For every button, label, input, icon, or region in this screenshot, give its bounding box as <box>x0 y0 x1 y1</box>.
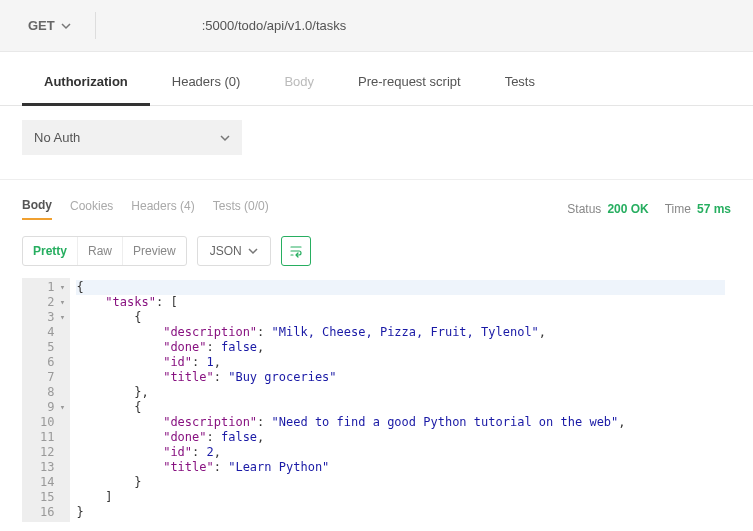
code-line: "id": 2, <box>76 445 725 460</box>
view-preview-button[interactable]: Preview <box>122 237 186 265</box>
line-number: 5 <box>22 340 70 355</box>
wrap-lines-button[interactable] <box>281 236 311 266</box>
chevron-down-icon <box>220 133 230 143</box>
code-line: "tasks": [ <box>76 295 725 310</box>
line-number: 15 <box>22 490 70 505</box>
code-line: { <box>76 280 725 295</box>
line-gutter: 1▾2▾3▾456789▾10111213141516 <box>22 278 70 522</box>
line-number: 11 <box>22 430 70 445</box>
line-number: 1▾ <box>22 280 70 295</box>
line-number: 16 <box>22 505 70 520</box>
chevron-down-icon <box>248 246 258 256</box>
code-line: "description": "Need to find a good Pyth… <box>76 415 725 430</box>
response-status: Status 200 OK Time 57 ms <box>567 202 731 216</box>
line-number: 8 <box>22 385 70 400</box>
time-label: Time <box>665 202 691 216</box>
tab-prerequest[interactable]: Pre-request script <box>336 58 483 105</box>
tab-authorization[interactable]: Authorization <box>22 58 150 105</box>
line-number: 7 <box>22 370 70 385</box>
line-number: 10 <box>22 415 70 430</box>
tab-body: Body <box>262 58 336 105</box>
status-value: 200 OK <box>607 202 648 216</box>
auth-type-dropdown[interactable]: No Auth <box>22 120 242 155</box>
format-dropdown[interactable]: JSON <box>197 236 271 266</box>
code-line: } <box>76 475 725 490</box>
line-number: 3▾ <box>22 310 70 325</box>
status-label: Status <box>567 202 601 216</box>
line-number: 6 <box>22 355 70 370</box>
view-bar: Pretty Raw Preview JSON <box>0 230 753 278</box>
code-line: "done": false, <box>76 340 725 355</box>
auth-panel: No Auth <box>0 106 753 180</box>
wrap-icon <box>289 244 303 258</box>
code-line: "id": 1, <box>76 355 725 370</box>
chevron-down-icon <box>61 21 71 31</box>
res-tab-cookies[interactable]: Cookies <box>70 199 113 219</box>
http-method-dropdown[interactable]: GET <box>22 12 83 39</box>
http-method-label: GET <box>28 18 55 33</box>
tab-headers[interactable]: Headers (0) <box>150 58 263 105</box>
view-mode-group: Pretty Raw Preview <box>22 236 187 266</box>
request-bar: GET :5000/todo/api/v1.0/tasks <box>0 0 753 52</box>
line-number: 2▾ <box>22 295 70 310</box>
code-line: }, <box>76 385 725 400</box>
line-number: 14 <box>22 475 70 490</box>
code-line: { <box>76 310 725 325</box>
time-value: 57 ms <box>697 202 731 216</box>
line-number: 4 <box>22 325 70 340</box>
code-line: ] <box>76 490 725 505</box>
code-line: "title": "Buy groceries" <box>76 370 725 385</box>
url-suffix: :5000/todo/api/v1.0/tasks <box>202 18 347 33</box>
code-line: { <box>76 400 725 415</box>
line-number: 12 <box>22 445 70 460</box>
code-line: } <box>76 505 725 520</box>
tab-tests[interactable]: Tests <box>483 58 557 105</box>
view-raw-button[interactable]: Raw <box>77 237 122 265</box>
auth-type-label: No Auth <box>34 130 80 145</box>
response-body-viewer: 1▾2▾3▾456789▾10111213141516 { "tasks": [… <box>22 278 731 522</box>
code-line: "description": "Milk, Cheese, Pizza, Fru… <box>76 325 725 340</box>
code-content[interactable]: { "tasks": [ { "description": "Milk, Che… <box>70 278 731 522</box>
url-input[interactable]: :5000/todo/api/v1.0/tasks <box>95 12 731 39</box>
request-tabs: Authorization Headers (0) Body Pre-reque… <box>0 58 753 106</box>
res-tab-body[interactable]: Body <box>22 198 52 220</box>
res-tab-tests[interactable]: Tests (0/0) <box>213 199 269 219</box>
url-host-masked <box>106 21 202 33</box>
response-tabs: Body Cookies Headers (4) Tests (0/0) Sta… <box>0 180 753 230</box>
res-tab-headers[interactable]: Headers (4) <box>131 199 194 219</box>
view-pretty-button[interactable]: Pretty <box>23 237 77 265</box>
code-line: "title": "Learn Python" <box>76 460 725 475</box>
line-number: 9▾ <box>22 400 70 415</box>
line-number: 13 <box>22 460 70 475</box>
code-line: "done": false, <box>76 430 725 445</box>
format-label: JSON <box>210 244 242 258</box>
